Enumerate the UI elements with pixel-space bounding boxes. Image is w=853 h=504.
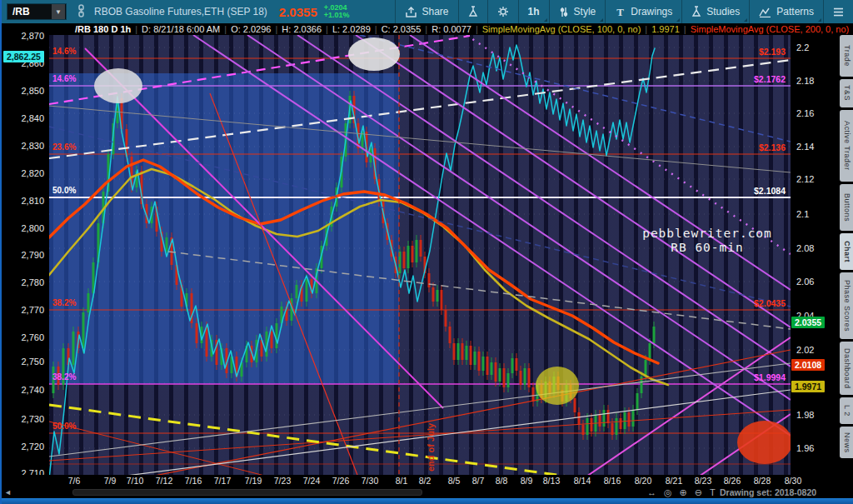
price-level-label: $2.193	[686, 47, 786, 57]
gear-icon	[497, 6, 509, 17]
text-note-icon[interactable]: T	[710, 487, 716, 498]
left-axis-badge: 2,862.25	[3, 51, 44, 62]
right-axis-tick: 2.16	[796, 108, 814, 118]
sidebar-tab-news[interactable]: News	[840, 427, 853, 458]
interval-button[interactable]: 1h	[518, 0, 549, 23]
price-level-label: $2.136	[686, 142, 786, 152]
zoom-in-icon[interactable]: ⊕	[680, 487, 687, 498]
symbol-input[interactable]: /RB ▼	[7, 3, 67, 20]
last-price: 2.0355	[279, 5, 317, 19]
right-axis-tick: 2.12	[796, 174, 814, 184]
fib-level-label: 38.2%	[52, 298, 76, 307]
zoom-out-icon[interactable]: ⊖	[695, 487, 702, 498]
fib-level-label: 14.6%	[52, 74, 76, 83]
header-segment: /RB 180 D 1h	[75, 24, 131, 34]
scroll-left-arrow[interactable]: ◄	[4, 488, 12, 497]
header-segment: D: 8/21/18 6:00 AM	[142, 24, 220, 34]
right-axis-tick: 1.96	[796, 443, 814, 453]
price-change: +.0204+1.01%	[324, 4, 350, 19]
sliders-icon	[559, 7, 569, 17]
right-axis-tick: 2.02	[796, 345, 814, 355]
price-level-label: $2.1084	[686, 186, 786, 196]
left-price-axis: 2,8702,8602,8502,8402,8302,8202,8102,800…	[2, 35, 49, 475]
right-axis-tick: 2.14	[796, 142, 814, 152]
chevron-down-icon[interactable]: ▼	[52, 4, 65, 19]
header-segment: C: 2.0355	[382, 24, 422, 34]
chart-plot-area[interactable]: pebblewriter.com RB 60-min end of July 1…	[49, 35, 791, 475]
header-segment: R: 0.0077	[431, 24, 471, 34]
fib-level-label: 14.6%	[52, 47, 76, 56]
pattern-icon	[759, 7, 771, 17]
settings-button[interactable]	[487, 0, 518, 23]
price-badge: 1.9971	[791, 381, 825, 392]
left-axis-tick: 2,780	[21, 277, 44, 287]
crosshair-icon[interactable]: ◎	[664, 487, 672, 498]
sidebar-tab-chart[interactable]: Chart	[840, 233, 853, 270]
left-axis-tick: 2,720	[21, 442, 44, 452]
symbol-value: /RB	[7, 6, 52, 17]
style-button[interactable]: Style	[549, 0, 606, 23]
fib-level-label: 23.6%	[52, 142, 76, 152]
alerts-button[interactable]	[458, 0, 487, 23]
watermark: pebblewriter.com RB 60-min	[582, 227, 791, 255]
right-axis-tick: 2.1	[796, 209, 809, 219]
chart-status-line: /RB 180 D 1h|D: 8/21/18 6:00 AM|O: 2.029…	[2, 23, 853, 35]
hamburger-icon	[833, 7, 844, 17]
window-bottom-border	[2, 498, 853, 504]
svg-text:T: T	[616, 7, 624, 17]
price-level-label: $2.1762	[686, 74, 786, 84]
price-badge: 2.0108	[791, 359, 825, 371]
share-button[interactable]: Share	[395, 0, 458, 23]
fib-level-label: 50.0%	[52, 422, 76, 431]
left-axis-tick: 2,740	[21, 385, 44, 395]
horizontal-scrollbar[interactable]	[72, 489, 422, 496]
sidebar-tab-trade[interactable]: Trade	[840, 35, 853, 77]
study-label[interactable]: SimpleMovingAvg (CLOSE, 200, 0, no)	[691, 24, 850, 34]
price-level-label: $1.9994	[686, 372, 786, 382]
right-axis-tick: 2.18	[796, 76, 814, 86]
chart-canvas	[49, 35, 791, 475]
studies-button[interactable]: Studies	[681, 0, 749, 23]
flask-icon	[468, 6, 478, 17]
sidebar-tab-phase-scores[interactable]: Phase Scores	[840, 272, 853, 339]
header-segment: O: 2.0296	[231, 24, 271, 34]
flask-icon	[691, 6, 701, 17]
status-bar: ◄ ↔◎⊕⊖T Drawing set: 2018-0820	[2, 487, 853, 498]
trading-app-window: /RB ▼ RBOB Gasoline Futures,ETH (SEP 18)…	[0, 0, 853, 504]
drawings-button[interactable]: T Drawings	[605, 0, 681, 23]
left-axis-tick: 2,830	[21, 141, 44, 151]
left-axis-tick: 2,840	[21, 113, 44, 123]
patterns-button[interactable]: Patterns	[749, 0, 823, 23]
sidebar-tab-l-2[interactable]: L 2	[840, 397, 853, 424]
sidebar-tab-active-trader[interactable]: Active Trader	[840, 110, 853, 182]
left-axis-tick: 2,800	[21, 223, 44, 233]
link-icon[interactable]	[77, 4, 86, 20]
sidebar-tab-dashboard[interactable]: Dashboard	[840, 342, 853, 395]
share-icon	[405, 7, 417, 17]
left-axis-tick: 2,870	[21, 31, 44, 41]
study-value: 1.9971	[651, 24, 680, 34]
sidebar-tab-t-s[interactable]: T&S	[840, 79, 853, 107]
left-axis-tick: 2,820	[21, 168, 44, 178]
study-label[interactable]: SimpleMovingAvg (CLOSE, 100, 0, no)	[482, 24, 641, 34]
left-axis-tick: 2,770	[21, 305, 44, 315]
right-axis-tick: 2.06	[796, 277, 814, 287]
text-tool-icon: T	[615, 7, 626, 17]
drawing-set-label: Drawing set: 2018-0820	[720, 487, 816, 497]
sidebar-tab-buttons[interactable]: Buttons	[840, 184, 853, 231]
header-segment: H: 2.0366	[282, 24, 322, 34]
pan-icon[interactable]: ↔	[647, 487, 656, 498]
right-axis-tick: 2.08	[796, 243, 814, 253]
right-axis-tick: 2.2	[796, 42, 809, 52]
left-axis-tick: 2,750	[21, 357, 44, 367]
toolbar-buttons: Share 1h Style T Drawings	[395, 0, 853, 23]
end-of-july-annotation: end of July	[426, 423, 436, 472]
menu-button[interactable]	[823, 0, 853, 23]
left-axis-tick: 2,850	[21, 86, 44, 96]
instrument-description: RBOB Gasoline Futures,ETH (SEP 18)	[94, 6, 267, 17]
header-segment: L: 2.0289	[332, 24, 371, 34]
left-axis-tick: 2,760	[21, 332, 44, 342]
date-tick: 7/6	[56, 476, 92, 486]
fib-level-label: 50.0%	[52, 186, 76, 195]
price-badge: 2.0355	[791, 317, 825, 328]
